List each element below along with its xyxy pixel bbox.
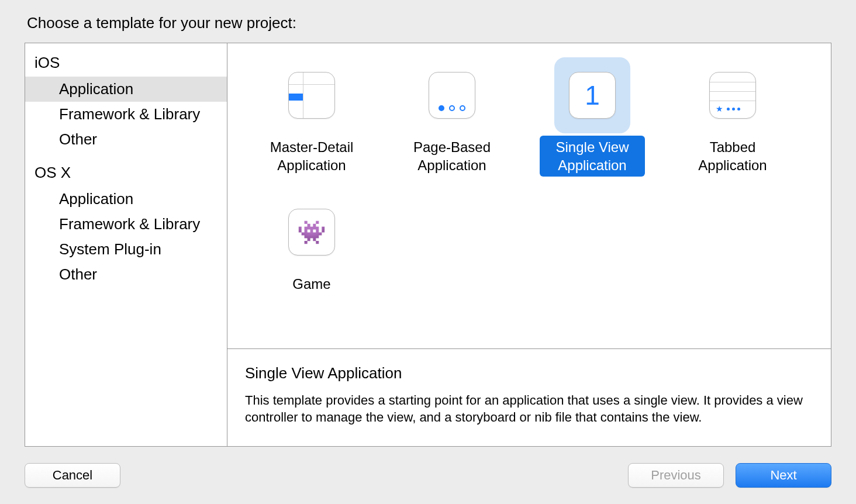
detail-panel: Single View Application This template pr… [227,348,831,446]
template-game[interactable]: 👾 Game [241,194,382,313]
template-single-view[interactable]: 1 Single View Application [522,57,662,177]
sidebar-category-ios: iOS [25,49,227,77]
template-label: Game [259,272,364,313]
game-icon: 👾 [274,194,350,270]
next-button[interactable]: Next [736,463,831,488]
new-project-template-dialog: Choose a template for your new project: … [0,0,856,504]
sidebar: iOS Application Framework & Library Othe… [25,43,227,446]
main-panel: iOS Application Framework & Library Othe… [25,43,831,447]
dialog-title: Choose a template for your new project: [0,0,856,43]
single-view-icon: 1 [554,57,630,133]
detail-title: Single View Application [245,364,813,382]
sidebar-item-ios-other[interactable]: Other [25,127,227,152]
template-label: Tabbed Application [680,136,785,177]
master-detail-icon [274,57,350,133]
template-label: Page-Based Application [399,136,505,177]
sidebar-item-ios-application[interactable]: Application [25,77,227,102]
tabbed-icon: ★ [695,57,771,133]
sidebar-item-ios-framework-library[interactable]: Framework & Library [25,102,227,127]
previous-button[interactable]: Previous [628,463,724,488]
sidebar-item-osx-framework-library[interactable]: Framework & Library [25,212,227,237]
template-label: Master-Detail Application [259,136,364,177]
template-label: Single View Application [540,136,645,177]
template-grid-area: Master-Detail Application Page-Based App… [227,43,831,348]
sidebar-item-osx-other[interactable]: Other [25,262,227,287]
sidebar-item-osx-system-plugin[interactable]: System Plug-in [25,237,227,262]
page-based-icon [414,57,490,133]
template-tabbed[interactable]: ★ Tabbed Application [662,57,803,177]
right-panel: Master-Detail Application Page-Based App… [227,43,831,446]
template-page-based[interactable]: Page-Based Application [382,57,522,177]
sidebar-category-osx: OS X [25,159,227,187]
sidebar-item-osx-application[interactable]: Application [25,187,227,212]
footer: Cancel Previous Next [0,447,856,504]
template-master-detail[interactable]: Master-Detail Application [241,57,382,177]
cancel-button[interactable]: Cancel [25,463,120,488]
detail-description: This template provides a starting point … [245,392,813,426]
